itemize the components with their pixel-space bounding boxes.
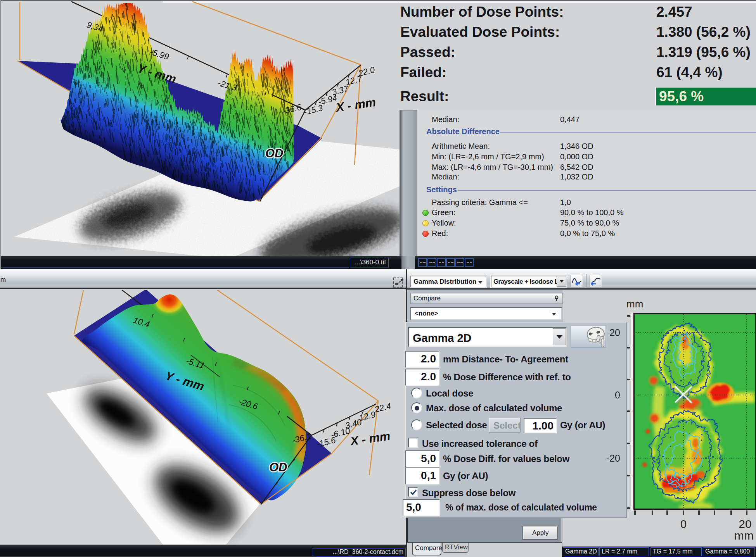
- svg-text:X - mm: X - mm: [334, 95, 377, 114]
- svg-text:20: 20: [739, 517, 751, 530]
- svg-text:-20: -20: [606, 453, 620, 464]
- svg-text:0: 0: [615, 390, 620, 400]
- svg-text:mm: mm: [734, 529, 754, 542]
- svg-text:20: 20: [609, 327, 620, 338]
- svg-text:OD: OD: [269, 460, 287, 474]
- svg-text:X - mm: X - mm: [349, 429, 391, 448]
- svg-text:0: 0: [680, 517, 687, 530]
- svg-text:OD: OD: [265, 147, 284, 160]
- svg-text:mm: mm: [626, 298, 643, 310]
